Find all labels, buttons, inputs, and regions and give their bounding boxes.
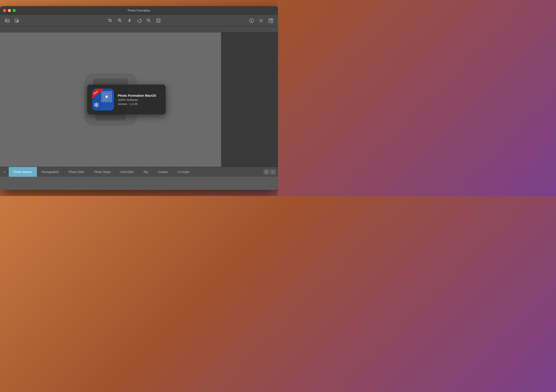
add-tab-button[interactable]: + [263, 169, 269, 175]
traffic-lights [3, 9, 16, 12]
info-button[interactable] [247, 16, 256, 25]
collapse-row: › [0, 26, 278, 32]
remove-tab-button[interactable]: − [270, 169, 276, 175]
tabs-bar: ∨ Photo Weave Panographic Photo Slice Ph… [0, 167, 278, 177]
gallery-strip [0, 177, 278, 190]
svg-rect-8 [157, 20, 159, 22]
main-area: PRO [0, 32, 278, 167]
svg-point-11 [261, 20, 262, 21]
about-popup: PRO [87, 85, 166, 115]
tab-photo-slice[interactable]: Photo Slice [64, 167, 89, 177]
maximize-button[interactable] [13, 9, 16, 12]
zoom-in-button[interactable] [116, 16, 124, 25]
app-icon: PRO [92, 89, 114, 110]
svg-point-13 [270, 19, 270, 20]
window-title: Photo Formation [128, 9, 150, 12]
zoom-out-button[interactable] [145, 16, 153, 25]
expand-panel-button[interactable]: › [273, 28, 275, 31]
toolbar-right [247, 16, 275, 25]
tab-photo-strips[interactable]: Photo Strips [89, 167, 116, 177]
tab-rip[interactable]: Rip [139, 167, 153, 177]
open-image-button[interactable] [3, 16, 11, 25]
tab-crumple[interactable]: Crumple [173, 167, 194, 177]
tabs-list: Photo Weave Panographic Photo Slice Phot… [9, 167, 261, 177]
svg-point-5 [129, 19, 130, 20]
export-button[interactable] [13, 16, 21, 25]
app-info: Photo Formation MacOS JixiPix Software V… [118, 94, 156, 106]
tab-panographic[interactable]: Panographic [37, 167, 64, 177]
app-name-label: Photo Formation MacOS [118, 94, 156, 97]
rotate-button[interactable] [135, 16, 143, 25]
svg-point-10 [251, 19, 252, 20]
canvas-area: PRO [0, 32, 221, 167]
fit-window-button[interactable] [154, 16, 162, 25]
tabs-add-remove: + − [261, 169, 278, 175]
main-window: Photo Formation [0, 6, 278, 190]
toolbar [0, 15, 278, 26]
anchor-button[interactable] [125, 16, 134, 25]
svg-rect-7 [157, 19, 160, 22]
settings-button[interactable] [257, 16, 265, 25]
titlebar: Photo Formation [0, 6, 278, 15]
right-panel [221, 32, 278, 167]
close-button[interactable] [3, 9, 6, 12]
tab-photo-weave[interactable]: Photo Weave [9, 167, 37, 177]
svg-rect-0 [5, 19, 9, 22]
crop-button[interactable] [106, 16, 114, 25]
svg-point-14 [271, 19, 272, 20]
tabs-collapse-button[interactable]: ∨ [0, 167, 9, 177]
app-company-label: JixiPix Software [118, 98, 156, 101]
svg-point-15 [271, 21, 272, 22]
tab-crease[interactable]: Crease [153, 167, 173, 177]
app-version-label: Version : 1.0.25 [118, 102, 156, 106]
minimize-button[interactable] [8, 9, 11, 12]
share-button[interactable] [267, 16, 275, 25]
tab-fold-defy[interactable]: Fold Defy [116, 167, 139, 177]
